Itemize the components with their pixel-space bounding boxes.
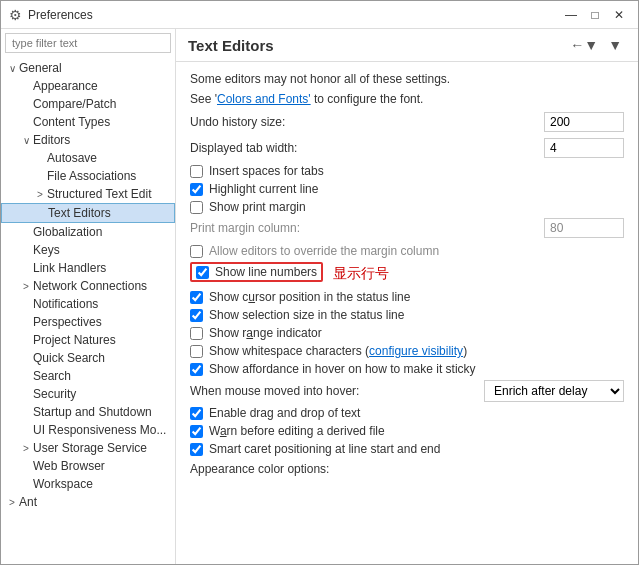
sidebar-item-compare-patch[interactable]: Compare/Patch (1, 95, 175, 113)
whitespace-row: Show whitespace characters (configure vi… (190, 344, 624, 358)
selection-size-label: Show selection size in the status line (209, 308, 404, 322)
warn-derived-checkbox[interactable] (190, 425, 203, 438)
sidebar-label-user-storage: User Storage Service (33, 441, 147, 455)
sidebar-item-ui-responsiveness[interactable]: UI Responsiveness Mo... (1, 421, 175, 439)
cursor-position-row: Show cursor position in the status line (190, 290, 624, 304)
expander-text-editors (34, 206, 48, 220)
sidebar-item-file-associations[interactable]: File Associations (1, 167, 175, 185)
window-icon: ⚙ (9, 7, 22, 23)
sidebar-label-compare-patch: Compare/Patch (33, 97, 116, 111)
print-margin-input[interactable] (544, 218, 624, 238)
sidebar-item-perspectives[interactable]: Perspectives (1, 313, 175, 331)
sidebar-item-startup-shutdown[interactable]: Startup and Shutdown (1, 403, 175, 421)
expander-editors: ∨ (19, 133, 33, 147)
whitespace-label: Show whitespace characters (configure vi… (209, 344, 467, 358)
sidebar-item-notifications[interactable]: Notifications (1, 295, 175, 313)
expander-ui-responsiveness (19, 423, 33, 437)
smart-caret-checkbox[interactable] (190, 443, 203, 456)
hover-dropdown[interactable]: Enrich after delay Never enrich Always e… (484, 380, 624, 402)
content-area: ∨GeneralAppearanceCompare/PatchContent T… (1, 29, 638, 564)
window-title: Preferences (28, 8, 93, 22)
minimize-button[interactable]: — (560, 4, 582, 26)
selection-size-checkbox[interactable] (190, 309, 203, 322)
sidebar-label-text-editors: Text Editors (48, 206, 111, 220)
sidebar-item-link-handlers[interactable]: Link Handlers (1, 259, 175, 277)
show-line-numbers-row: Show line numbers (190, 262, 323, 282)
sidebar-item-network-connections[interactable]: >Network Connections (1, 277, 175, 295)
sidebar-item-keys[interactable]: Keys (1, 241, 175, 259)
sidebar-item-structured-text[interactable]: >Structured Text Edit (1, 185, 175, 203)
show-line-numbers-checkbox[interactable] (196, 266, 209, 279)
highlight-line-label: Highlight current line (209, 182, 318, 196)
cursor-position-checkbox[interactable] (190, 291, 203, 304)
sidebar-item-appearance[interactable]: Appearance (1, 77, 175, 95)
sidebar-item-web-browser[interactable]: Web Browser (1, 457, 175, 475)
font-link[interactable]: Colors and Fonts' (217, 92, 311, 106)
sidebar-label-ant: Ant (19, 495, 37, 509)
insert-spaces-checkbox[interactable] (190, 165, 203, 178)
tab-width-input[interactable] (544, 138, 624, 158)
info-text: Some editors may not honor all of these … (190, 72, 624, 86)
sidebar-label-globalization: Globalization (33, 225, 102, 239)
allow-override-checkbox[interactable] (190, 245, 203, 258)
close-button[interactable]: ✕ (608, 4, 630, 26)
sidebar-item-editors[interactable]: ∨Editors (1, 131, 175, 149)
sidebar-item-workspace[interactable]: Workspace (1, 475, 175, 493)
show-print-margin-row: Show print margin (190, 200, 624, 214)
configure-visibility-link[interactable]: configure visibility (369, 344, 463, 358)
drag-drop-checkbox[interactable] (190, 407, 203, 420)
sidebar-item-globalization[interactable]: Globalization (1, 223, 175, 241)
panel-nav: ←▼ ▼ (566, 35, 626, 55)
highlight-line-checkbox[interactable] (190, 183, 203, 196)
back-button[interactable]: ←▼ (566, 35, 602, 55)
range-indicator-checkbox[interactable] (190, 327, 203, 340)
highlight-line-row: Highlight current line (190, 182, 624, 196)
sidebar-item-content-types[interactable]: Content Types (1, 113, 175, 131)
sidebar-item-text-editors[interactable]: Text Editors (1, 203, 175, 223)
expander-perspectives (19, 315, 33, 329)
smart-caret-row: Smart caret positioning at line start an… (190, 442, 624, 456)
expander-search (19, 369, 33, 383)
filter-input[interactable] (5, 33, 171, 53)
sidebar-item-project-natures[interactable]: Project Natures (1, 331, 175, 349)
sidebar-item-user-storage[interactable]: >User Storage Service (1, 439, 175, 457)
affordance-checkbox[interactable] (190, 363, 203, 376)
expander-general: ∨ (5, 61, 19, 75)
forward-button[interactable]: ▼ (604, 35, 626, 55)
sidebar-label-general: General (19, 61, 62, 75)
sidebar-item-quick-search[interactable]: Quick Search (1, 349, 175, 367)
expander-file-associations (33, 169, 47, 183)
sidebar-label-keys: Keys (33, 243, 60, 257)
range-indicator-row: Show range indicator (190, 326, 624, 340)
main-panel: Text Editors ←▼ ▼ Some editors may not h… (176, 29, 638, 564)
show-print-margin-label: Show print margin (209, 200, 306, 214)
expander-link-handlers (19, 261, 33, 275)
sidebar-label-project-natures: Project Natures (33, 333, 116, 347)
print-margin-col-row: Print margin column: (190, 218, 624, 238)
expander-user-storage: > (19, 441, 33, 455)
show-print-margin-checkbox[interactable] (190, 201, 203, 214)
whitespace-checkbox[interactable] (190, 345, 203, 358)
sidebar-label-perspectives: Perspectives (33, 315, 102, 329)
expander-autosave (33, 151, 47, 165)
sidebar-label-startup-shutdown: Startup and Shutdown (33, 405, 152, 419)
sidebar-item-autosave[interactable]: Autosave (1, 149, 175, 167)
sidebar-item-general[interactable]: ∨General (1, 59, 175, 77)
sidebar-label-quick-search: Quick Search (33, 351, 105, 365)
hover-label: When mouse moved into hover: (190, 384, 359, 398)
sidebar-label-security: Security (33, 387, 76, 401)
sidebar-item-ant[interactable]: >Ant (1, 493, 175, 511)
allow-override-row: Allow editors to override the margin col… (190, 244, 624, 258)
annotation-text: 显示行号 (333, 265, 389, 283)
panel-header: Text Editors ←▼ ▼ (176, 29, 638, 62)
maximize-button[interactable]: □ (584, 4, 606, 26)
expander-web-browser (19, 459, 33, 473)
undo-input[interactable] (544, 112, 624, 132)
drag-drop-label: Enable drag and drop of text (209, 406, 360, 420)
sidebar-label-workspace: Workspace (33, 477, 93, 491)
sidebar-item-search[interactable]: Search (1, 367, 175, 385)
expander-ant: > (5, 495, 19, 509)
expander-keys (19, 243, 33, 257)
sidebar-item-security[interactable]: Security (1, 385, 175, 403)
undo-label: Undo history size: (190, 115, 285, 129)
